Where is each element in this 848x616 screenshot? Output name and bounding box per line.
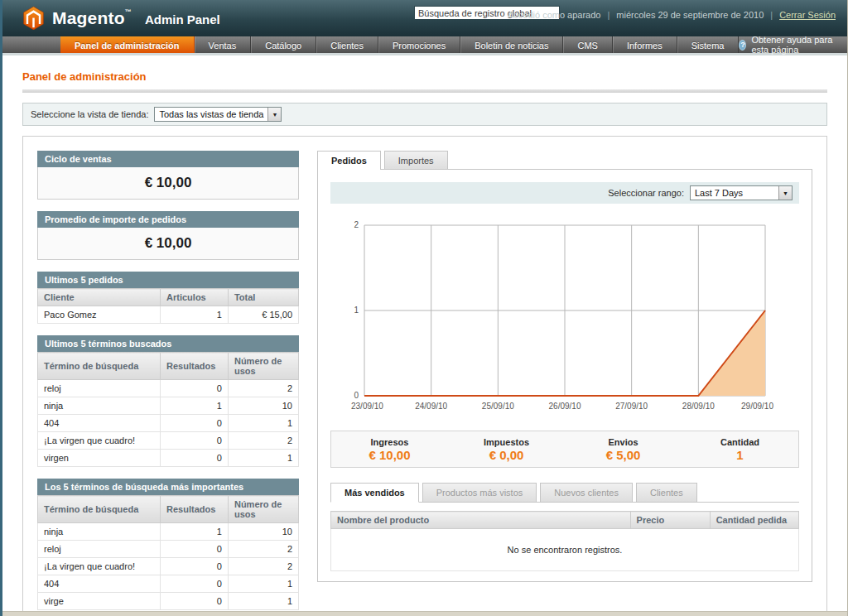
help-label: Obtener ayuda para esta página <box>751 35 834 55</box>
widget-title: Ultimos 5 términos buscados <box>37 335 299 352</box>
last-search-terms-widget: Ultimos 5 términos buscados Término de b… <box>37 335 299 467</box>
lifetime-sales-value: € 10,00 <box>37 167 299 200</box>
meta-divider: | <box>770 10 773 20</box>
table-row[interactable]: ¡La virgen que cuadro! 0 2 <box>38 558 299 575</box>
column-header: Número de usos <box>228 496 298 523</box>
last-search-terms-table: Término de búsqueda Resultados Número de… <box>37 352 299 467</box>
brand-name: Magento™ <box>52 8 132 28</box>
current-date: miércoles 29 de septiembre de 2010 <box>616 10 764 20</box>
svg-text:29/09/10: 29/09/10 <box>741 402 773 411</box>
table-row[interactable]: ninja 1 10 <box>38 523 299 541</box>
widget-title: Ultimos 5 pedidos <box>37 272 299 288</box>
chevron-down-icon: ▼ <box>267 108 281 121</box>
tab-orders[interactable]: Pedidos <box>317 151 381 170</box>
stat-revenue: Ingresos € 10,00 <box>331 437 448 462</box>
table-row[interactable]: virgen 0 1 <box>38 450 299 467</box>
table-row[interactable]: ninja 1 10 <box>38 397 299 415</box>
average-orders-widget: Promedio de importe de pedidos € 10,00 <box>37 211 299 260</box>
help-icon: ? <box>739 40 746 51</box>
column-header: Precio <box>630 512 710 529</box>
app-header: Magento™ Admin Panel Accedió como aparad… <box>2 0 847 36</box>
tab-new-customers[interactable]: Nuevos clientes <box>540 483 633 502</box>
page-title: Panel de administración <box>22 70 827 83</box>
magento-admin-window: Magento™ Admin Panel Accedió como aparad… <box>0 0 848 616</box>
nav-item-promotions[interactable]: Promociones <box>378 36 460 53</box>
lifetime-sales-widget: Ciclo de ventas € 10,00 <box>37 151 299 200</box>
stat-quantity: Cantidad 1 <box>682 437 798 462</box>
column-header: Resultados <box>161 353 229 380</box>
stat-shipping: Envios € 5,00 <box>565 437 682 462</box>
column-header: Término de búsqueda <box>38 353 161 380</box>
table-row[interactable]: Paco Gomez 1 € 15,00 <box>38 306 299 324</box>
page-help-link[interactable]: ? Obtener ayuda para esta página <box>739 36 847 53</box>
stat-tax: Impuestos € 0,00 <box>448 437 565 462</box>
totals-row: Ingresos € 10,00 Impuestos € 0,00 Envios… <box>330 431 799 468</box>
logout-link[interactable]: Cerrar Sesión <box>779 10 836 20</box>
header-meta: Accedió como aparado | miércoles 29 de s… <box>508 10 836 20</box>
last-orders-widget: Ultimos 5 pedidos Cliente Articulos Tota… <box>37 272 299 324</box>
tab-most-viewed[interactable]: Productos más vistos <box>422 483 537 502</box>
top-search-terms-widget: Los 5 términos de búsqueda más important… <box>37 479 299 610</box>
tab-customers[interactable]: Clientes <box>636 483 697 502</box>
trademark: ™ <box>125 8 132 16</box>
widget-title: Promedio de importe de pedidos <box>37 211 299 228</box>
range-bar: Seleccionar rango: Last 7 Days ▼ <box>330 182 799 204</box>
svg-text:26/09/10: 26/09/10 <box>549 402 581 411</box>
tab-amounts[interactable]: Importes <box>384 151 448 169</box>
svg-text:23/09/10: 23/09/10 <box>351 402 383 411</box>
column-header: Total <box>228 289 298 306</box>
table-row[interactable]: reloj 0 2 <box>38 380 299 397</box>
table-row[interactable]: 404 0 1 <box>38 415 299 432</box>
store-view-select[interactable]: Todas las vistas de tienda ▼ <box>154 107 282 122</box>
magento-logo: Magento™ Admin Panel <box>22 7 220 30</box>
chevron-down-icon: ▼ <box>778 186 792 200</box>
orders-chart-svg: 01223/09/1024/09/1025/09/1026/09/1027/09… <box>341 215 788 421</box>
range-label: Seleccionar rango: <box>608 188 684 198</box>
left-widgets-column: Ciclo de ventas € 10,00 Promedio de impo… <box>37 151 299 616</box>
nav-item-sales[interactable]: Ventas <box>195 36 252 53</box>
nav-item-dashboard[interactable]: Panel de administración <box>60 36 195 53</box>
orders-chart: 01223/09/1024/09/1025/09/1026/09/1027/09… <box>341 215 788 424</box>
svg-text:27/09/10: 27/09/10 <box>615 402 648 411</box>
svg-text:28/09/10: 28/09/10 <box>682 402 715 411</box>
page-content: Panel de administración Seleccione la vi… <box>2 55 847 616</box>
table-row[interactable]: reloj 0 2 <box>38 541 299 558</box>
title-divider <box>22 89 827 93</box>
nav-item-reports[interactable]: Informes <box>613 36 677 53</box>
store-view-label: Seleccione la vista de tienda: <box>31 109 148 119</box>
average-orders-value: € 10,00 <box>37 228 299 260</box>
nav-item-system[interactable]: Sistema <box>677 36 740 53</box>
table-row[interactable]: ¡La virgen que cuadro! 0 2 <box>38 432 299 450</box>
empty-row: No se encontraron registros. <box>331 529 799 571</box>
nav-item-customers[interactable]: Clientes <box>316 36 378 53</box>
svg-text:0: 0 <box>354 391 359 400</box>
nav-item-cms[interactable]: CMS <box>563 36 612 53</box>
empty-message: No se encontraron registros. <box>331 529 799 571</box>
column-header: Término de búsqueda <box>38 496 161 523</box>
table-row[interactable]: virge 0 1 <box>38 593 299 610</box>
last-orders-table: Cliente Articulos Total Paco Gomez 1 € 1… <box>37 288 299 324</box>
table-row[interactable]: 404 0 1 <box>38 575 299 593</box>
nav-item-newsletter[interactable]: Boletin de noticias <box>460 36 563 53</box>
meta-divider: | <box>607 10 610 20</box>
chart-tabs: Pedidos Importes <box>317 151 812 169</box>
store-view-bar: Seleccione la vista de tienda: Todas las… <box>22 103 827 126</box>
bestsellers-table: Nombre del producto Precio Cantidad pedi… <box>330 511 799 571</box>
nav-item-catalog[interactable]: Catálogo <box>251 36 316 53</box>
column-header: Resultados <box>161 496 229 523</box>
widget-title: Los 5 términos de búsqueda más important… <box>37 479 299 495</box>
tab-bestsellers[interactable]: Más vendidos <box>330 483 419 503</box>
svg-text:2: 2 <box>354 220 359 229</box>
column-header: Número de usos <box>228 353 298 380</box>
products-tabs: Más vendidos Productos más vistos Nuevos… <box>330 483 799 503</box>
range-select[interactable]: Last 7 Days ▼ <box>690 185 793 200</box>
logged-in-as: Accedió como aparado <box>508 10 601 20</box>
main-nav: Panel de administración Ventas Catálogo … <box>2 36 847 55</box>
widget-title: Ciclo de ventas <box>37 151 299 167</box>
dashboard-panel: Ciclo de ventas € 10,00 Promedio de impo… <box>22 136 827 616</box>
svg-text:1: 1 <box>354 306 359 315</box>
window-bottom-edge <box>2 611 847 616</box>
svg-text:24/09/10: 24/09/10 <box>415 402 447 411</box>
chart-card: Seleccionar rango: Last 7 Days ▼ 01223/0… <box>317 169 812 582</box>
column-header: Nombre del producto <box>331 512 631 529</box>
